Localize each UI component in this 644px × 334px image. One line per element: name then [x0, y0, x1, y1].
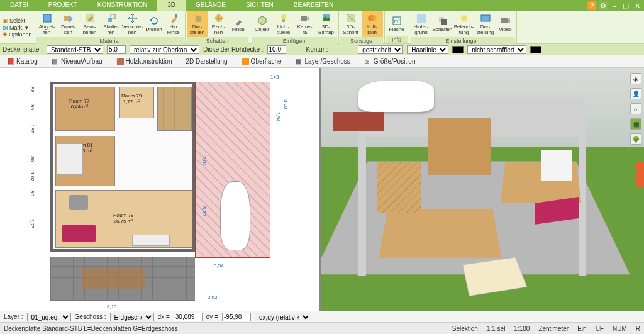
- scale-material-button[interactable]: Skalie- ren: [101, 11, 122, 37]
- options-tool[interactable]: ✚Optionen: [3, 31, 32, 38]
- ruler-left: 88 90 187 80 1,02 80 2,73: [19, 74, 35, 301]
- svg-rect-7: [196, 16, 201, 22]
- menu-tab-bearbeiten[interactable]: BEARBEITEN: [284, 0, 343, 11]
- menu-tab-projekt[interactable]: PROJEKT: [38, 0, 87, 11]
- floor-select[interactable]: Erdgeschos: [110, 313, 154, 321]
- status-ratio2: 1:100: [514, 325, 530, 332]
- haarlinie-select[interactable]: Haarlinie: [407, 45, 448, 54]
- thickness-input[interactable]: [267, 45, 286, 54]
- deck-type-select[interactable]: Standard-STB: [47, 45, 103, 54]
- ribbon-group-sonstige: 3D- Schnitt Kolli- sion Sonstige: [339, 11, 385, 43]
- kontur-style-select[interactable]: gestrichelt: [358, 45, 403, 54]
- menu-tab-sichten[interactable]: SICHTEN: [236, 0, 284, 11]
- coord-mode-select[interactable]: dx,dy (relativ ka: [255, 313, 311, 321]
- view-cube-icon[interactable]: ◈: [630, 73, 641, 84]
- thickness-label: Dicke der Rohdecke :: [203, 46, 264, 53]
- 3d-model: [346, 87, 606, 298]
- shadow-settings-button[interactable]: Schatten: [432, 11, 453, 37]
- tree-icon[interactable]: 🌳: [630, 133, 641, 145]
- side-panel-handle[interactable]: [636, 162, 644, 187]
- svg-rect-3: [108, 18, 112, 22]
- holz-button[interactable]: 🟫Holzkonstruktion: [112, 56, 177, 67]
- lighting-button[interactable]: Beleuch- tung: [453, 11, 475, 37]
- area-info-button[interactable]: m²Fläche: [386, 11, 408, 36]
- dy-label: dy =: [206, 313, 218, 320]
- dy-input[interactable]: [222, 313, 251, 321]
- layer-label: Layer :: [4, 313, 23, 320]
- move-material-button[interactable]: Verschie- ben: [122, 11, 143, 37]
- sofa-2d: [62, 225, 96, 242]
- svg-point-20: [461, 15, 467, 21]
- hatch-select[interactable]: nicht schraffiert: [467, 45, 526, 54]
- menu-tab-konstruktion[interactable]: KONSTRUKTION: [87, 0, 157, 11]
- shadow-calc-button[interactable]: Rech- nen: [208, 11, 230, 37]
- hatch-swatch[interactable]: [530, 46, 541, 53]
- bed-3d: [462, 257, 527, 296]
- video-button[interactable]: Video: [496, 11, 515, 37]
- background-button[interactable]: Hinter- grund: [411, 11, 432, 37]
- patio-furniture: [82, 268, 145, 289]
- insert-3dbitmap-button[interactable]: 3D- Bitmap: [316, 11, 337, 37]
- assign-material-button[interactable]: Zuwei- sen: [58, 11, 79, 37]
- katalog-button[interactable]: 📕Katalog: [3, 56, 42, 67]
- title-window-controls: ? ⚙ – ▢ ✕: [585, 0, 644, 11]
- svg-text:m²: m²: [394, 18, 400, 24]
- rotate-material-button[interactable]: Drehen: [143, 11, 165, 37]
- bed: [57, 143, 83, 175]
- status-unit: Zentimeter: [538, 325, 569, 332]
- house-icon[interactable]: ⌂: [630, 103, 641, 114]
- menu-tab-gelaende[interactable]: GELÄNDE: [186, 0, 236, 11]
- layer-button[interactable]: ▦Layer/Geschoss: [291, 56, 355, 67]
- person-view-icon[interactable]: 👤: [630, 88, 641, 99]
- size-button[interactable]: ⇲Größe/Position: [360, 56, 420, 67]
- settings-icon[interactable]: ⚙: [599, 1, 608, 10]
- select-tool[interactable]: ▣Selekt: [3, 18, 32, 24]
- shadow-display-button[interactable]: Dar- stellen: [187, 11, 208, 37]
- insert-camera-button[interactable]: Kame- ra: [294, 11, 316, 37]
- group-label: Einstellungen: [411, 37, 515, 45]
- shadow-brush-button[interactable]: Pinsel: [230, 11, 248, 37]
- mark-tool[interactable]: ▨Mark.▾: [3, 25, 32, 31]
- 3d-viewport[interactable]: ◈ 👤 ⌂ ▦ 🌳: [321, 68, 644, 311]
- ribbon: ▣Selekt ▨Mark.▾ ✚Optionen Abgrei- fen Zu…: [0, 11, 644, 44]
- ribbon-group-schatten: Dar- stellen Rech- nen Pinsel Schatten: [186, 11, 250, 43]
- menu-tab-3d[interactable]: 3D: [157, 0, 186, 11]
- status-bar: Deckenplatte Standard-STB L=Deckenplatte…: [0, 322, 644, 334]
- rel-select[interactable]: relativ zur Oberkan: [130, 45, 199, 54]
- car-top-view: [220, 181, 250, 250]
- maximize-icon[interactable]: ▢: [621, 1, 630, 10]
- dx-input[interactable]: [174, 313, 203, 321]
- niveau-button[interactable]: ▤Niveau/Aufbau: [47, 56, 107, 67]
- insert-light-button[interactable]: Licht- quelle: [273, 11, 294, 37]
- display-settings-button[interactable]: Dar- stellung: [475, 11, 496, 37]
- car-3d: [358, 81, 434, 112]
- surface-button[interactable]: 🟧Oberfläche: [237, 56, 286, 67]
- svg-rect-19: [441, 19, 447, 25]
- group-label: Einfügen: [252, 37, 337, 45]
- svg-rect-21: [481, 15, 490, 21]
- menu-tab-datei[interactable]: DATEI: [0, 0, 38, 11]
- desk-2d: [132, 235, 170, 246]
- main-split: 88 90 187 80 1,02 80 2,73 Raum 776,44 m²…: [0, 68, 644, 311]
- deck-val1-input[interactable]: [107, 45, 126, 54]
- 2d-button[interactable]: 2D Darstellung: [181, 56, 231, 67]
- armchair-2d: [69, 195, 88, 210]
- minimize-icon[interactable]: –: [610, 1, 619, 10]
- layer-select[interactable]: 01_uq.eq,o(: [27, 313, 71, 321]
- help-icon[interactable]: ?: [587, 1, 596, 10]
- edit-material-button[interactable]: Bear- beiten: [79, 11, 101, 37]
- close-icon[interactable]: ✕: [633, 1, 641, 10]
- collision-button[interactable]: Kolli- sion: [362, 11, 383, 37]
- 3d-section-button[interactable]: 3D- Schnitt: [340, 11, 362, 37]
- palette-icon[interactable]: ▦: [630, 118, 641, 130]
- ribbon-group-einstellungen: Hinter- grund Schatten Beleuch- tung Dar…: [409, 11, 517, 43]
- 2d-plan-viewport[interactable]: 88 90 187 80 1,02 80 2,73 Raum 776,44 m²…: [0, 68, 321, 311]
- floor-plan: Raum 776,44 m² Raum 791,72 m² Raum 8110,…: [38, 74, 302, 307]
- status-ratio1: 1:1 sel: [487, 325, 505, 332]
- insert-object-button[interactable]: Objekt: [252, 11, 273, 37]
- color-swatch[interactable]: [452, 46, 464, 53]
- pick-material-button[interactable]: Abgrei- fen: [36, 11, 58, 37]
- background-brush-button[interactable]: Hin. Pinsel: [165, 11, 184, 37]
- kontur-preview: - - - -: [332, 46, 355, 53]
- dx-label: dx =: [158, 313, 170, 320]
